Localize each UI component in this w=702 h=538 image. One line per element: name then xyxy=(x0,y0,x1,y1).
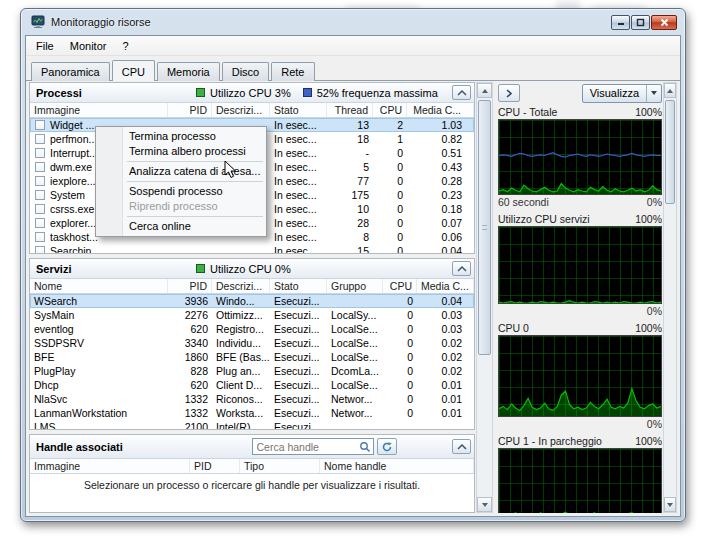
views-dropdown-button[interactable]: Visualizza xyxy=(582,84,662,103)
refresh-button[interactable] xyxy=(377,438,397,455)
context-menu-item[interactable]: Termina processo xyxy=(97,129,265,144)
search-icon[interactable] xyxy=(359,441,371,453)
service-row[interactable]: SysMain 2276 Ottimizz... Esecuzi... Loca… xyxy=(30,308,474,322)
process-checkbox[interactable] xyxy=(35,148,45,158)
service-row[interactable]: BFE 1860 BFE (Bas... Esecuzi... LocalSe.… xyxy=(30,350,474,364)
process-checkbox[interactable] xyxy=(35,162,45,172)
right-scrollbar[interactable] xyxy=(663,82,677,513)
menu-help[interactable]: ? xyxy=(114,38,136,54)
scrollbar-track[interactable] xyxy=(664,98,676,497)
services-panel-header[interactable]: Servizi Utilizzo CPU 0% xyxy=(30,259,474,279)
refresh-icon xyxy=(381,441,393,453)
column-header[interactable]: Gruppo xyxy=(327,279,383,293)
handles-collapse-button[interactable] xyxy=(452,439,471,454)
column-header[interactable]: Tipo xyxy=(240,459,320,473)
maximize-button[interactable] xyxy=(631,15,650,30)
column-header[interactable]: Media C... xyxy=(417,279,474,293)
processes-panel-header[interactable]: Processi Utilizzo CPU 3% 52% frequenza m… xyxy=(30,83,474,103)
column-header[interactable]: Nome xyxy=(30,279,168,293)
context-menu-item[interactable]: Termina albero processi xyxy=(97,144,265,159)
context-menu-item[interactable] xyxy=(127,161,263,162)
service-description: Riconos... xyxy=(212,393,270,406)
column-header[interactable]: CPU xyxy=(383,279,417,293)
service-group: Networ... xyxy=(327,407,383,420)
scrollbar-thumb[interactable] xyxy=(478,100,491,355)
processes-collapse-button[interactable] xyxy=(452,85,471,100)
service-row[interactable]: eventlog 620 Registro... Esecuzi... Loca… xyxy=(30,322,474,336)
column-header[interactable]: Immagine xyxy=(30,459,190,473)
column-header[interactable]: PID xyxy=(168,103,212,117)
context-menu-item[interactable] xyxy=(127,216,263,217)
process-checkbox[interactable] xyxy=(35,134,45,144)
process-checkbox[interactable] xyxy=(35,176,45,186)
column-header[interactable]: PID xyxy=(168,279,212,293)
process-checkbox[interactable] xyxy=(35,218,45,228)
menu-monitor[interactable]: Monitor xyxy=(62,38,115,54)
service-description: Ottimizz... xyxy=(212,309,270,322)
service-pid: 2100 xyxy=(168,421,212,430)
process-image-name: dwm.exe xyxy=(50,161,92,174)
tab-memoria[interactable]: Memoria xyxy=(157,62,220,81)
service-status: Esecuzi... xyxy=(270,295,327,308)
service-row[interactable]: Dhcp 620 Client D... Esecuzi... LocalSe.… xyxy=(30,378,474,392)
column-header[interactable]: Media C... xyxy=(407,103,474,117)
tab-panoramica[interactable]: Panoramica xyxy=(31,62,110,81)
process-checkbox[interactable] xyxy=(35,190,45,200)
scroll-down-button[interactable] xyxy=(664,497,676,512)
handles-panel-header[interactable]: Handle associati xyxy=(30,435,474,459)
column-header[interactable]: Stato xyxy=(270,279,327,293)
process-checkbox[interactable] xyxy=(35,204,45,214)
service-row[interactable]: WSearch 3936 Windo... Esecuzi... 0 0.04 xyxy=(30,294,474,308)
scroll-up-button[interactable] xyxy=(477,83,492,98)
service-row[interactable]: LanmanWorkstation 1332 Worksta... Esecuz… xyxy=(30,406,474,420)
services-collapse-button[interactable] xyxy=(452,261,471,276)
process-row[interactable]: Searchin... In esec... 15 0 0.04 xyxy=(30,244,474,253)
tab-cpu[interactable]: CPU xyxy=(112,60,155,81)
service-pid: 2276 xyxy=(168,309,212,322)
scroll-up-button[interactable] xyxy=(664,83,676,98)
service-row[interactable]: SSDPSRV 3340 Individu... Esecuzi... Loca… xyxy=(30,336,474,350)
column-header[interactable]: Immagine xyxy=(30,103,168,117)
dropdown-arrow[interactable] xyxy=(646,85,661,102)
cpu-usage-indicator: Utilizzo CPU 3% xyxy=(196,87,291,99)
process-threads: 15 xyxy=(327,245,373,254)
service-row[interactable]: PlugPlay 828 Plug an... Esecuzi... DcomL… xyxy=(30,364,474,378)
column-header[interactable]: Nome handle xyxy=(320,459,474,473)
process-threads: 18 xyxy=(327,133,373,146)
service-row[interactable]: LMS 2100 Intel(R)... Esecuzi... xyxy=(30,420,474,429)
tab-disco[interactable]: Disco xyxy=(222,62,270,81)
context-menu-item[interactable]: Analizza catena di attesa... xyxy=(97,164,265,179)
context-menu-item[interactable] xyxy=(127,181,263,182)
column-header[interactable]: Descrizi... xyxy=(212,279,270,293)
minimize-button[interactable] xyxy=(611,15,630,30)
process-cpu: 0 xyxy=(373,231,407,244)
process-checkbox[interactable] xyxy=(35,246,45,253)
resource-monitor-window: Monitoraggio risorse File Monitor ? xyxy=(20,8,686,522)
handles-table-header: Immagine PID Tipo Nome handle xyxy=(30,459,474,474)
left-scrollbar[interactable] xyxy=(476,82,493,513)
expand-charts-button[interactable] xyxy=(498,84,520,102)
desktop: Monitoraggio risorse File Monitor ? xyxy=(0,0,702,538)
service-row[interactable]: NlaSvc 1332 Riconos... Esecuzi... Networ… xyxy=(30,392,474,406)
close-button[interactable] xyxy=(651,15,677,30)
scroll-down-button[interactable] xyxy=(477,497,492,512)
services-cpu-label: Utilizzo CPU 0% xyxy=(210,263,291,275)
menu-file[interactable]: File xyxy=(28,38,62,54)
scrollbar-thumb[interactable] xyxy=(665,100,675,204)
context-menu-item[interactable]: Cerca online xyxy=(97,219,265,234)
titlebar[interactable]: Monitoraggio risorse xyxy=(21,9,685,35)
process-checkbox[interactable] xyxy=(35,232,45,242)
service-group: LocalSy... xyxy=(327,309,383,322)
context-menu-item[interactable]: Riprendi processo xyxy=(97,199,265,214)
scrollbar-track[interactable] xyxy=(477,98,492,497)
column-header[interactable]: CPU xyxy=(373,103,407,117)
column-header[interactable]: Stato xyxy=(270,103,327,117)
process-checkbox[interactable] xyxy=(35,120,45,130)
context-menu-item-label: Termina processo xyxy=(129,130,216,142)
column-header[interactable]: Thread xyxy=(327,103,373,117)
column-header[interactable]: Descrizi... xyxy=(212,103,270,117)
context-menu-item[interactable]: Sospendi processo xyxy=(97,184,265,199)
handle-search-input[interactable] xyxy=(257,441,359,453)
column-header[interactable]: PID xyxy=(190,459,240,473)
tab-rete[interactable]: Rete xyxy=(271,62,314,81)
